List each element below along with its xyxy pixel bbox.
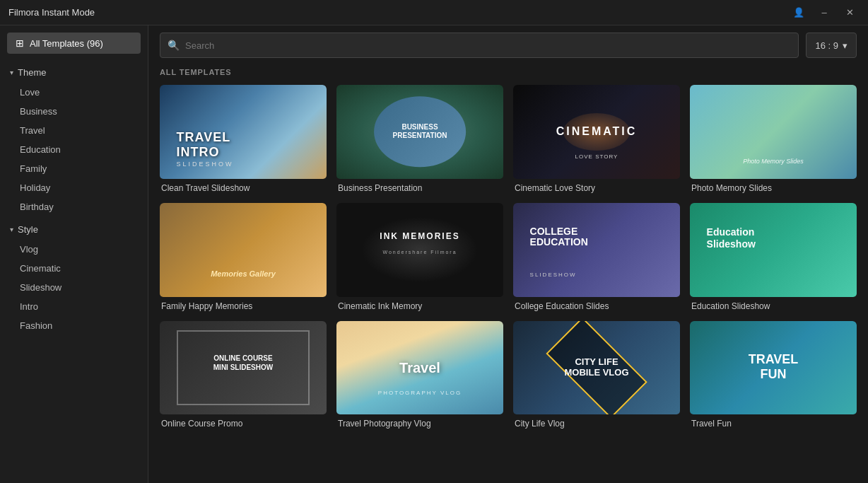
template-card-cinematic-love[interactable]: CINEMATIC LOVE STORY Cinematic Love Stor…	[513, 85, 680, 193]
search-box: 🔍	[160, 33, 799, 58]
user-icon[interactable]: 👤	[789, 5, 809, 21]
search-icon: 🔍	[168, 40, 180, 51]
template-name-clean-travel: Clean Travel Slideshow	[160, 183, 327, 193]
content-area: 🔍 16 : 9 ▾ ALL TEMPLATES TRAVELINTRO SLI…	[148, 25, 868, 483]
sidebar-item-education[interactable]: Education	[0, 140, 148, 159]
thumb-sub-ink: Wondershare Filmora	[382, 250, 457, 255]
thumb-text-business: BUSINESSPRESENTATION	[393, 123, 447, 140]
template-card-online-course[interactable]: ONLINE COURSEMINI SLIDESHOW Online Cours…	[160, 321, 327, 429]
chevron-down-icon: ▾	[10, 69, 13, 76]
template-card-ink[interactable]: INK MEMORIES Wondershare Filmora Cinemat…	[336, 203, 503, 311]
sidebar-item-vlog[interactable]: Vlog	[0, 240, 148, 259]
sidebar: ⊞ All Templates (96) ▾ Theme Love Busine…	[0, 25, 148, 483]
sidebar-item-slideshow[interactable]: Slideshow	[0, 278, 148, 297]
sidebar-item-fashion[interactable]: Fashion	[0, 316, 148, 335]
template-card-college[interactable]: COLLEGEEDUCATION SLIDESHOW College Educa…	[513, 203, 680, 311]
sidebar-style-section: ▾ Style Vlog Cinematic Slideshow Intro F…	[0, 219, 148, 335]
sidebar-item-cinematic[interactable]: Cinematic	[0, 259, 148, 278]
sidebar-category-style[interactable]: ▾ Style	[0, 219, 148, 240]
sidebar-item-intro[interactable]: Intro	[0, 297, 148, 316]
templates-grid: TRAVELINTRO SLIDESHOW Clean Travel Slide…	[160, 85, 857, 429]
window-controls: 👤 – ✕	[789, 5, 860, 21]
template-card-family[interactable]: Memories Gallery Family Happy Memories	[160, 203, 327, 311]
all-templates-label: All Templates (96)	[30, 38, 103, 49]
thumb-text-edu-slideshow: EducationSlideshow	[707, 226, 756, 250]
sidebar-category-theme[interactable]: ▾ Theme	[0, 62, 148, 83]
template-name-travel-photo: Travel Photography Vlog	[336, 419, 503, 429]
thumb-text-travel-photo: Travel	[399, 359, 440, 376]
thumb-text-photo-memory: Photo Memory Slides	[743, 158, 804, 165]
template-card-clean-travel[interactable]: TRAVELINTRO SLIDESHOW Clean Travel Slide…	[160, 85, 327, 193]
thumb-text-family: Memories Gallery	[211, 269, 276, 278]
template-name-online-course: Online Course Promo	[160, 419, 327, 429]
thumb-text-travel: TRAVELINTRO	[177, 130, 231, 160]
template-card-business[interactable]: BUSINESSPRESENTATION Business Presentati…	[336, 85, 503, 193]
sidebar-item-holiday[interactable]: Holiday	[0, 178, 148, 197]
minimize-button[interactable]: –	[814, 5, 834, 21]
section-label: ALL TEMPLATES	[160, 65, 857, 76]
chevron-down-icon-style: ▾	[10, 226, 13, 233]
sidebar-item-travel[interactable]: Travel	[0, 121, 148, 140]
all-templates-button[interactable]: ⊞ All Templates (96)	[7, 33, 141, 54]
app-body: ⊞ All Templates (96) ▾ Theme Love Busine…	[0, 25, 868, 483]
aspect-ratio-value: 16 : 9	[815, 40, 838, 51]
template-card-travel-fun[interactable]: TRAVELFUN Travel Fun	[690, 321, 857, 429]
thumb-text-online-course: ONLINE COURSEMINI SLIDESHOW	[213, 354, 273, 372]
thumb-sub-travel: SLIDESHOW	[177, 161, 234, 168]
thumb-text-cinematic: CINEMATIC	[556, 125, 638, 138]
sidebar-item-business[interactable]: Business	[0, 102, 148, 121]
sidebar-item-family[interactable]: Family	[0, 159, 148, 178]
template-name-college: College Education Slides	[513, 301, 680, 311]
thumb-text-ink: INK MEMORIES	[380, 231, 459, 241]
sidebar-item-love[interactable]: Love	[0, 83, 148, 102]
template-card-edu-slideshow[interactable]: EducationSlideshow Education Slideshow	[690, 203, 857, 311]
template-card-city[interactable]: CITY LIFEMOBILE VLOG City Life Vlog	[513, 321, 680, 429]
template-name-edu-slideshow: Education Slideshow	[690, 301, 857, 311]
grid-icon: ⊞	[16, 37, 24, 49]
sidebar-theme-section: ▾ Theme Love Business Travel Education F…	[0, 62, 148, 216]
template-name-ink: Cinematic Ink Memory	[336, 301, 503, 311]
thumb-sub-travel-photo: PHOTOGRAPHY VLOG	[378, 390, 462, 396]
template-card-photo-memory[interactable]: Photo Memory Slides Photo Memory Slides	[690, 85, 857, 193]
thumb-sub-cinematic: LOVE STORY	[575, 153, 618, 160]
template-name-family: Family Happy Memories	[160, 301, 327, 311]
app-title: Filmora Instant Mode	[8, 7, 95, 18]
thumb-text-college: COLLEGEEDUCATION	[530, 226, 588, 248]
template-name-cinematic-love: Cinematic Love Story	[513, 183, 680, 193]
templates-area: ALL TEMPLATES TRAVELINTRO SLIDESHOW Clea…	[148, 65, 868, 483]
sidebar-category-style-label: Style	[18, 224, 38, 235]
thumb-text-city: CITY LIFEMOBILE VLOG	[565, 356, 629, 378]
template-name-city: City Life Vlog	[513, 419, 680, 429]
template-name-photo-memory: Photo Memory Slides	[690, 183, 857, 193]
sidebar-item-birthday[interactable]: Birthday	[0, 197, 148, 216]
titlebar: Filmora Instant Mode 👤 – ✕	[0, 0, 868, 25]
sidebar-category-theme-label: Theme	[18, 67, 46, 78]
template-card-travel-photo[interactable]: Travel PHOTOGRAPHY VLOG Travel Photograp…	[336, 321, 503, 429]
aspect-ratio-dropdown[interactable]: 16 : 9 ▾	[806, 33, 857, 58]
chevron-down-icon-aspect: ▾	[843, 40, 848, 51]
thumb-text-travel-fun: TRAVELFUN	[749, 352, 799, 383]
template-name-business: Business Presentation	[336, 183, 503, 193]
template-name-travel-fun: Travel Fun	[690, 419, 857, 429]
close-button[interactable]: ✕	[840, 5, 860, 21]
search-input[interactable]	[185, 40, 791, 51]
thumb-sub-college: SLIDESHOW	[530, 272, 577, 278]
topbar: 🔍 16 : 9 ▾	[148, 25, 868, 65]
